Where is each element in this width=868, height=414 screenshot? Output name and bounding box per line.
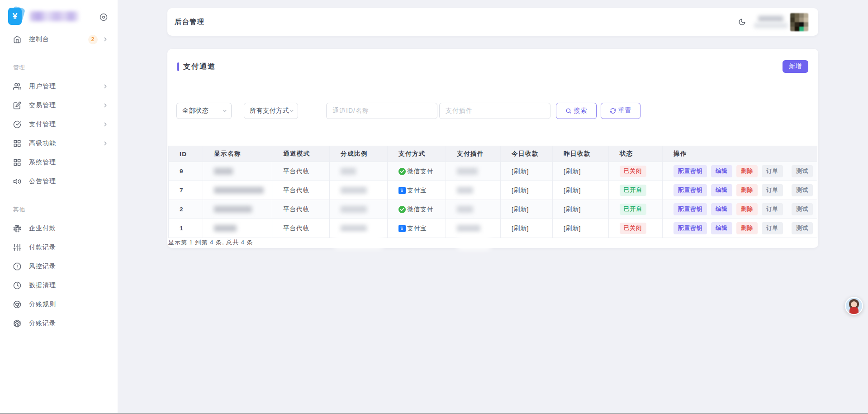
main-area: 后台管理 支付通道 新增 全部状态 所有支付方式 [118,0,868,414]
refresh-yesterday-link[interactable]: [刷新] [564,187,581,194]
pay-method-select[interactable]: 所有支付方式 [244,103,298,119]
status-badge: 已关闭 [620,223,646,234]
refresh-yesterday-link[interactable]: [刷新] [564,168,581,175]
refresh-yesterday-link[interactable]: [刷新] [564,206,581,213]
delete-button[interactable]: 删除 [736,184,758,196]
app-logo: ¥ [8,7,24,25]
grid-icon [13,158,21,167]
column-header: 昨日收款 [553,146,609,162]
column-header: 显示名称 [203,146,272,162]
add-button[interactable]: 新增 [783,60,808,73]
plugin-redacted [457,187,473,194]
edit-icon [13,101,21,109]
home-icon [13,35,21,43]
delete-button[interactable]: 删除 [736,165,758,177]
plugin-input[interactable]: 支付插件 [439,103,550,119]
sidebar-item[interactable]: 支付管理 [6,115,111,134]
status-badge: 已开启 [620,185,646,196]
page-title: 后台管理 [175,18,204,26]
status-badge: 已关闭 [620,166,646,177]
order-button[interactable]: 订单 [762,165,783,177]
grid-icon [13,139,21,148]
user-avatar[interactable] [790,13,808,31]
sidebar-item[interactable]: 系统管理 [6,153,111,172]
sidebar-item[interactable]: 数据清理 [6,276,111,295]
sidebar-item[interactable]: 分账规则 [6,295,111,314]
delete-button[interactable]: 删除 [736,203,758,215]
chevron-right-icon [102,102,109,109]
alipay-icon: 支 [398,187,406,194]
nav-group-label: 其他 [6,200,111,219]
delete-button[interactable]: 删除 [736,222,758,234]
edit-button[interactable]: 编辑 [711,184,732,196]
nav-group-label: 管理 [6,58,111,77]
column-header: 状态 [609,146,663,162]
test-button[interactable]: 测试 [792,184,813,196]
sidebar-item[interactable]: 公告管理 [6,172,111,191]
blur-artifact [334,234,384,249]
edit-button[interactable]: 编辑 [711,222,732,234]
chevron-right-icon [102,140,109,147]
payment-channel-panel: 支付通道 新增 全部状态 所有支付方式 通道ID/名称 支付插件 搜索 重置 [167,49,818,248]
wechat-pay-icon [398,206,406,213]
test-button[interactable]: 测试 [792,203,813,215]
refresh-today-link[interactable]: [刷新] [512,225,529,232]
chevron-right-icon [102,83,109,90]
configure-key-button[interactable]: 配置密钥 [674,203,707,215]
name-redacted [214,206,252,213]
test-button[interactable]: 测试 [792,222,813,234]
name-redacted [214,187,264,194]
sidebar-item[interactable]: 交易管理 [6,96,111,115]
edit-button[interactable]: 编辑 [711,203,732,215]
console-badge: 2 [88,35,98,44]
column-header: 支付插件 [446,146,501,162]
reset-button[interactable]: 重置 [601,103,640,119]
refresh-today-link[interactable]: [刷新] [512,168,529,175]
app-name-redacted [30,11,79,21]
dark-mode-icon[interactable] [738,18,746,26]
sidebar-collapse-icon[interactable] [100,13,108,21]
edit-button[interactable]: 编辑 [711,165,732,177]
sidebar-item[interactable]: 分账记录 [6,314,111,333]
filter-row: 全部状态 所有支付方式 通道ID/名称 支付插件 搜索 重置 [176,103,640,119]
blur-artifact [457,235,491,250]
logo-row: ¥ [8,5,110,27]
ratio-redacted [341,225,367,232]
plugin-redacted [457,168,478,175]
test-button[interactable]: 测试 [792,165,813,177]
chevron-right-icon [102,36,109,43]
column-header: 操作 [663,146,817,162]
order-button[interactable]: 订单 [762,203,783,215]
codesandbox-icon [13,319,21,328]
configure-key-button[interactable]: 配置密钥 [674,222,707,234]
chevron-right-icon [102,121,109,128]
search-icon [565,108,572,114]
sidebar-item-console[interactable]: 控制台2 [6,30,111,49]
order-button[interactable]: 订单 [762,184,783,196]
configure-key-button[interactable]: 配置密钥 [674,184,707,196]
sidebar-item[interactable]: 高级功能 [6,134,111,153]
channel-id-input[interactable]: 通道ID/名称 [326,103,437,119]
search-button[interactable]: 搜索 [556,103,597,119]
table-row: 1平台代收支支付宝[刷新][刷新]已关闭配置密钥编辑删除订单测试 [169,219,817,238]
configure-key-button[interactable]: 配置密钥 [674,165,707,177]
name-redacted [214,225,237,232]
column-header: ID [169,146,203,162]
floating-assistant-avatar[interactable] [845,297,863,315]
sidebar-item[interactable]: 企业付款 [6,219,111,238]
sidebar-item[interactable]: 风控记录 [6,257,111,276]
order-button[interactable]: 订单 [762,222,783,234]
refresh-today-link[interactable]: [刷新] [512,206,529,213]
alipay-icon: 支 [398,225,406,232]
sidebar-item[interactable]: 用户管理 [6,77,111,96]
status-select[interactable]: 全部状态 [176,103,232,119]
sidebar-item[interactable]: 付款记录 [6,238,111,257]
title-accent-bar [177,62,179,71]
alert-octagon-icon [13,262,21,271]
refresh-yesterday-link[interactable]: [刷新] [564,225,581,232]
refresh-today-link[interactable]: [刷新] [512,187,529,194]
status-badge: 已开启 [620,204,646,215]
column-header: 支付方式 [388,146,446,162]
plugin-redacted [457,225,480,232]
slack-icon [13,224,21,233]
